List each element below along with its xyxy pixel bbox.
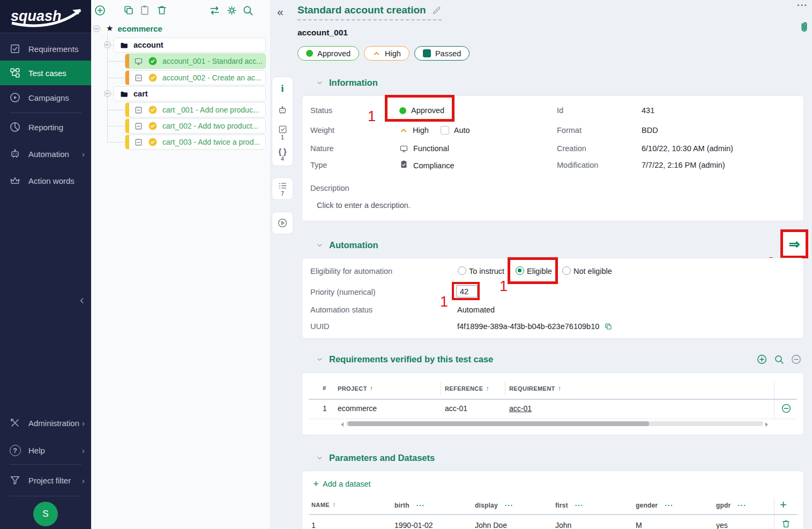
column-menu-icon[interactable]: ··· <box>416 501 425 509</box>
col-header-project[interactable]: PROJECT ↑ <box>338 385 373 392</box>
req-row-num: 1 <box>323 404 327 413</box>
app-logo[interactable]: squash <box>0 0 91 33</box>
new-test-case-button[interactable] <box>93 3 107 17</box>
annotation-number: 1 <box>440 294 448 309</box>
collapse-folder-button[interactable] <box>104 41 111 48</box>
sidebar-item-label: Action words <box>28 176 75 185</box>
scroll-right-arrow-icon[interactable] <box>765 422 768 427</box>
tab-information[interactable]: i <box>272 77 293 99</box>
chevron-down-icon <box>316 454 324 462</box>
back-button[interactable]: « <box>277 5 284 18</box>
priority-input[interactable]: 42 <box>456 285 478 297</box>
add-dataset-button[interactable]: + Add a dataset <box>313 479 371 489</box>
sidebar-item-administration[interactable]: Administration › <box>0 411 91 435</box>
execution-chip-passed: Passed <box>414 46 470 61</box>
tree-item-cart-002[interactable]: cart_002 - Add two product... <box>125 118 266 133</box>
tab-steps[interactable]: 7 <box>272 178 293 199</box>
priority-label: Priority (numerical) <box>310 287 376 297</box>
link-requirement-button[interactable] <box>756 354 768 365</box>
section-title: Requirements verified by this test case <box>329 354 493 364</box>
requirements-section-header[interactable]: Requirements verified by this test case <box>316 354 493 364</box>
sidebar-item-action-words[interactable]: Action words <box>0 168 91 193</box>
col-header-name[interactable]: NAME ↑ <box>311 501 336 509</box>
radio-not-eligible-label[interactable]: Not eligible <box>573 266 612 277</box>
col-header-gender[interactable]: gender ··· <box>636 501 673 509</box>
unlink-requirement-icon[interactable] <box>791 354 802 365</box>
edit-pencil-icon[interactable] <box>431 5 442 16</box>
search-requirement-icon[interactable] <box>773 354 785 365</box>
datasets-section-header[interactable]: Parameters and Datasets <box>316 453 435 463</box>
description-placeholder[interactable]: Click to enter a description. <box>317 200 411 211</box>
sidebar-item-label: Automation <box>28 150 69 159</box>
radio-to-instruct-label[interactable]: To instruct <box>469 266 504 277</box>
type-value[interactable]: Compliance <box>399 160 455 172</box>
add-parameter-icon[interactable]: + <box>780 499 787 511</box>
delete-button[interactable] <box>155 3 169 17</box>
column-menu-icon[interactable]: ··· <box>505 501 513 509</box>
horizontal-scrollbar-track[interactable] <box>346 421 763 426</box>
tab-parameters[interactable]: { } 4 <box>272 144 293 166</box>
column-separator <box>441 382 441 396</box>
user-avatar[interactable]: S <box>33 502 58 526</box>
collapse-project-button[interactable] <box>93 25 100 32</box>
column-menu-icon[interactable]: ··· <box>575 501 584 509</box>
weight-value[interactable]: High Auto <box>399 125 470 136</box>
col-header-requirement[interactable]: REQUIREMENT ↑ <box>509 385 561 392</box>
tree-item-cart-003[interactable]: cart_003 - Add twice a prod... <box>125 135 266 150</box>
horizontal-scrollbar-thumb[interactable] <box>348 421 649 426</box>
sidebar-collapse-button[interactable] <box>76 294 88 308</box>
table-row-divider <box>309 419 797 419</box>
weight-auto-checkbox[interactable] <box>441 126 449 135</box>
radio-not-eligible[interactable] <box>562 266 571 275</box>
sidebar-item-campaigns[interactable]: Campaigns <box>0 85 91 110</box>
collapse-folder-button[interactable] <box>104 90 111 97</box>
col-header-num[interactable]: # <box>323 385 326 391</box>
sidebar-item-requirements[interactable]: Requirements <box>0 36 91 61</box>
nature-value[interactable]: Functional <box>399 143 449 154</box>
delete-dataset-icon[interactable] <box>781 519 791 529</box>
col-header-birth[interactable]: birth ··· <box>394 501 425 509</box>
column-menu-icon[interactable]: ··· <box>665 501 673 509</box>
transmit-automation-button[interactable]: ⇒ <box>780 229 808 258</box>
title-editable[interactable]: Standard account creation <box>297 4 442 20</box>
col-header-first[interactable]: first ··· <box>555 501 584 509</box>
sidebar-item-automation[interactable]: Automation › <box>0 141 91 166</box>
green-dot-icon <box>399 107 406 114</box>
sidebar-item-test-cases[interactable]: Test cases <box>0 61 91 85</box>
tree-item-account-002[interactable]: account_002 - Create an ac... <box>125 70 266 85</box>
tab-executions[interactable] <box>272 212 293 234</box>
col-header-display[interactable]: display ··· <box>475 501 513 509</box>
id-label: Id <box>557 105 563 116</box>
sidebar-item-help[interactable]: ? Help › <box>0 438 91 463</box>
sidebar-item-reporting[interactable]: Reporting <box>0 115 91 139</box>
minus-square-icon <box>134 122 143 131</box>
tab-requirements[interactable]: 1 <box>272 122 293 144</box>
status-value[interactable]: Approved <box>399 105 444 116</box>
more-menu-icon[interactable]: ··· <box>797 0 808 11</box>
unlink-row-icon[interactable] <box>781 403 792 414</box>
sidebar-item-project-filter[interactable]: Project filter › <box>0 468 91 493</box>
tree-folder-cart[interactable]: cart <box>114 86 266 101</box>
radio-eligible-label[interactable]: Eligible <box>527 266 552 277</box>
tree-item-cart-001[interactable]: cart _001 - Add one produc... <box>125 102 266 117</box>
copy-button[interactable] <box>122 3 136 17</box>
col-header-gpdr[interactable]: gpdr ··· <box>716 501 746 509</box>
search-icon[interactable] <box>241 3 255 17</box>
import-export-button[interactable] <box>207 3 221 17</box>
paste-button[interactable] <box>138 3 152 17</box>
column-menu-icon[interactable]: ··· <box>737 501 746 509</box>
tree-folder-account[interactable]: account <box>114 38 266 53</box>
information-section-header[interactable]: Information <box>316 78 378 88</box>
radio-to-instruct[interactable] <box>458 266 466 275</box>
req-row-requirement-link[interactable]: acc-01 <box>509 404 532 413</box>
automation-section-header[interactable]: Automation <box>316 240 378 250</box>
scroll-left-arrow-icon[interactable] <box>341 422 344 427</box>
tree-project-row[interactable]: ★ ecommerce <box>106 24 162 33</box>
settings-gear-icon[interactable] <box>225 3 239 17</box>
attachments-paperclip-icon[interactable] <box>798 20 811 34</box>
radio-eligible[interactable] <box>516 266 524 275</box>
tree-item-account-001[interactable]: account_001 - Standard acc... <box>125 54 266 69</box>
tab-automation[interactable] <box>272 99 293 121</box>
col-header-reference[interactable]: REFERENCE ↑ <box>445 385 489 392</box>
copy-uuid-icon[interactable] <box>604 322 613 331</box>
